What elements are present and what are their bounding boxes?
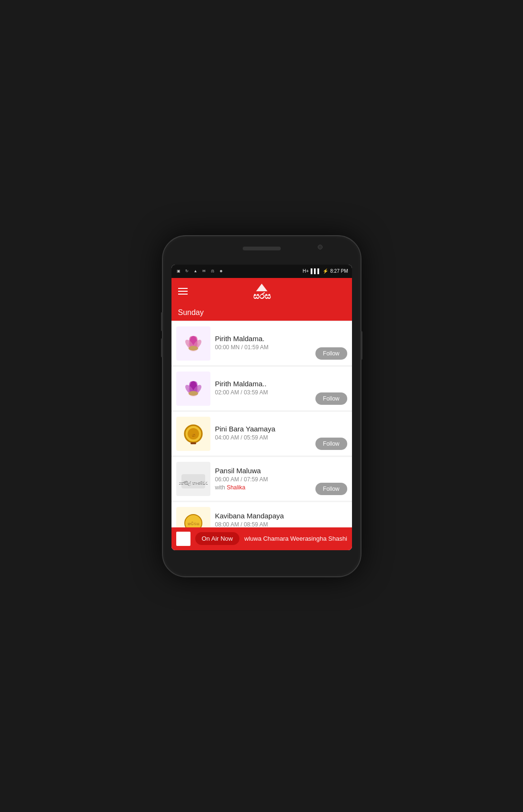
status-right: H+ ▌▌▌ ⚡ 8:27 PM: [303, 268, 348, 274]
app-logo: සරස: [243, 282, 281, 301]
follow-button[interactable]: Follow: [315, 483, 347, 495]
stop-button[interactable]: [176, 532, 190, 546]
speaker: [243, 247, 281, 250]
on-air-button[interactable]: On Air Now: [195, 532, 240, 545]
balance-icon: ⚖: [209, 268, 216, 275]
table-row: Pirith Maldama. 00:00 MN / 01:59 AM Foll…: [171, 322, 352, 366]
camera: [318, 245, 323, 249]
power-btn[interactable]: [361, 331, 362, 360]
follow-button[interactable]: Follow: [315, 347, 347, 360]
sync-icon: ↻: [184, 268, 190, 275]
show-thumbnail: [176, 326, 210, 361]
day-label: Sunday: [178, 308, 204, 316]
show-title: Pansil Maluwa: [215, 467, 347, 475]
screen-record-icon: ▣: [175, 268, 182, 275]
svg-text:ශ: ශ: [191, 432, 195, 438]
show-title: Pirith Maldama..: [215, 380, 347, 388]
network-type: H+: [303, 268, 309, 274]
host-name: Shalika: [227, 484, 245, 491]
show-thumbnail: කවිබස: [176, 507, 210, 527]
day-header: Sunday: [171, 305, 352, 321]
svg-point-15: [189, 391, 198, 396]
phone-device: ▣ ↻ ▲ ✉ ⚖ ☻ H+ ▌▌▌ ⚡ 8:27 PM සර: [162, 235, 361, 577]
table-row: ශ Pini Bara Yaamaya 04:00 AM / 05:59 AM …: [171, 412, 352, 456]
ticker-text: wluwa Chamara Weerasingha Shashika: [244, 535, 347, 542]
svg-text:පන්සිල් භාණ්ඩව: පන්සිල් භාණ්ඩව: [179, 481, 208, 486]
show-title: Pirith Maldama.: [215, 334, 347, 343]
show-time: 08:00 AM / 08:59 AM: [215, 521, 347, 527]
ghost-icon: ☻: [218, 268, 225, 275]
menu-button[interactable]: [178, 288, 188, 295]
table-row: පන්සිල් භාණ්ඩව Pansil Maluwa 06:00 AM / …: [171, 457, 352, 501]
status-icons-left: ▣ ↻ ▲ ✉ ⚖ ☻: [175, 268, 225, 275]
volume-down-btn[interactable]: [161, 338, 163, 357]
signal-icon: ▌▌▌: [311, 268, 321, 274]
svg-text:සරස: සරස: [253, 291, 270, 301]
show-thumbnail: [176, 372, 210, 406]
volume-up-btn[interactable]: [161, 312, 163, 331]
bottom-bar: On Air Now wluwa Chamara Weerasingha Sha…: [171, 527, 352, 550]
show-title: Kavibana Mandapaya: [215, 512, 347, 520]
table-row: කවිබස Kavibana Mandapaya 08:00 AM / 08:5…: [171, 502, 352, 527]
show-time: 06:00 AM / 07:59 AM: [215, 476, 347, 483]
svg-text:කවිබස: කවිබස: [187, 522, 199, 526]
follow-button[interactable]: Follow: [315, 392, 347, 405]
svg-marker-0: [256, 284, 267, 291]
table-row: Pirith Maldama.. 02:00 AM / 03:59 AM Fol…: [171, 367, 352, 411]
follow-button[interactable]: Follow: [315, 438, 347, 450]
status-bar: ▣ ↻ ▲ ✉ ⚖ ☻ H+ ▌▌▌ ⚡ 8:27 PM: [171, 265, 352, 278]
time-display: 8:27 PM: [330, 268, 348, 274]
schedule-list[interactable]: Pirith Maldama. 00:00 MN / 01:59 AM Foll…: [171, 321, 352, 527]
mail-icon: ✉: [201, 268, 208, 275]
svg-point-8: [189, 346, 198, 351]
svg-rect-20: [190, 442, 196, 444]
battery-icon: ⚡: [323, 268, 328, 274]
alert-icon: ▲: [192, 268, 199, 275]
show-thumbnail: ශ: [176, 417, 210, 451]
app-header: සරස: [171, 278, 352, 305]
show-thumbnail: පන්සිල් භාණ්ඩව: [176, 462, 210, 496]
show-title: Pini Bara Yaamaya: [215, 425, 347, 433]
show-info: Kavibana Mandapaya 08:00 AM / 08:59 AM w…: [215, 512, 347, 527]
phone-screen: ▣ ↻ ▲ ✉ ⚖ ☻ H+ ▌▌▌ ⚡ 8:27 PM සර: [171, 265, 352, 550]
